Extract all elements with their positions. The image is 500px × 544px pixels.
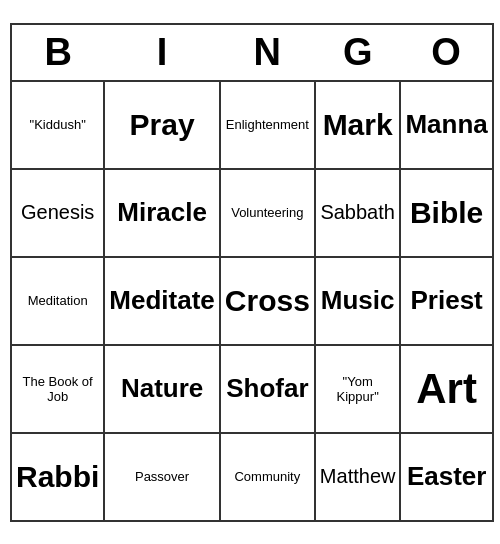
- cell-3-1: Nature: [104, 345, 219, 433]
- cell-4-0: Rabbi: [11, 433, 104, 521]
- header-cell-i: I: [104, 24, 219, 81]
- cell-2-2: Cross: [220, 257, 315, 345]
- cell-0-1: Pray: [104, 81, 219, 169]
- cell-4-3: Matthew: [315, 433, 401, 521]
- cell-2-4: Priest: [400, 257, 492, 345]
- header-cell-o: O: [400, 24, 492, 81]
- table-row: The Book of JobNatureShofar"Yom Kippur"A…: [11, 345, 493, 433]
- cell-1-1: Miracle: [104, 169, 219, 257]
- header-cell-n: N: [220, 24, 315, 81]
- cell-3-0: The Book of Job: [11, 345, 104, 433]
- header-cell-g: G: [315, 24, 401, 81]
- cell-3-2: Shofar: [220, 345, 315, 433]
- table-row: "Kiddush"PrayEnlightenmentMarkManna: [11, 81, 493, 169]
- cell-1-2: Volunteering: [220, 169, 315, 257]
- cell-2-0: Meditation: [11, 257, 104, 345]
- bingo-grid: BINGO "Kiddush"PrayEnlightenmentMarkMann…: [10, 23, 494, 522]
- cell-4-1: Passover: [104, 433, 219, 521]
- header-row: BINGO: [11, 24, 493, 81]
- table-row: MeditationMeditateCrossMusicPriest: [11, 257, 493, 345]
- cell-2-1: Meditate: [104, 257, 219, 345]
- header-cell-b: B: [11, 24, 104, 81]
- table-row: RabbiPassoverCommunityMatthewEaster: [11, 433, 493, 521]
- cell-0-3: Mark: [315, 81, 401, 169]
- cell-2-3: Music: [315, 257, 401, 345]
- cell-0-4: Manna: [400, 81, 492, 169]
- table-row: GenesisMiracleVolunteeringSabbathBible: [11, 169, 493, 257]
- cell-4-4: Easter: [400, 433, 492, 521]
- cell-0-2: Enlightenment: [220, 81, 315, 169]
- cell-3-4: Art: [400, 345, 492, 433]
- cell-1-3: Sabbath: [315, 169, 401, 257]
- cell-4-2: Community: [220, 433, 315, 521]
- bingo-card: BINGO "Kiddush"PrayEnlightenmentMarkMann…: [10, 23, 490, 522]
- cell-1-4: Bible: [400, 169, 492, 257]
- cell-1-0: Genesis: [11, 169, 104, 257]
- cell-3-3: "Yom Kippur": [315, 345, 401, 433]
- cell-0-0: "Kiddush": [11, 81, 104, 169]
